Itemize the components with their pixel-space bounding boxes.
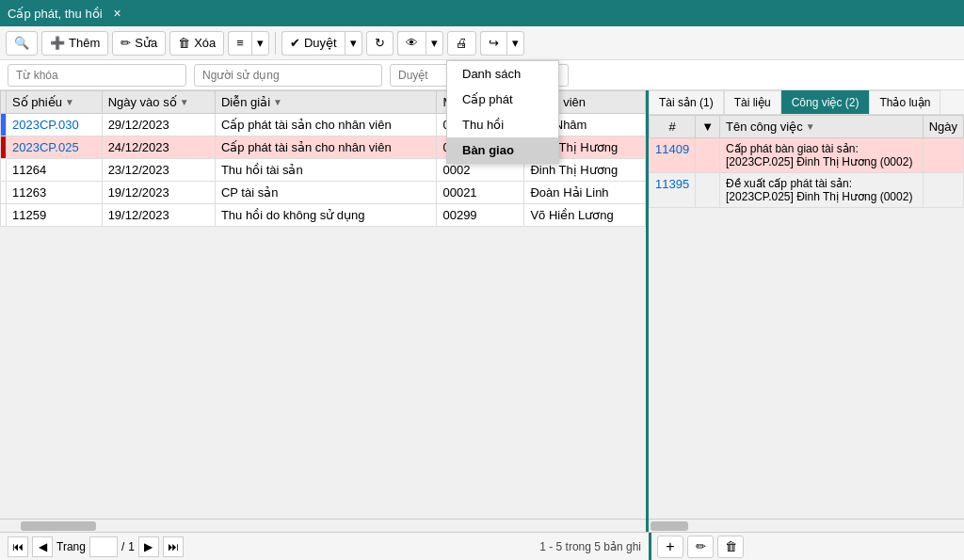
- right-table-row[interactable]: 11395Đề xuất cấp phát tài sản: [2023CP.0…: [650, 173, 964, 208]
- right-col-name-label: Tên công việc: [726, 120, 803, 134]
- right-col-hash: #: [650, 116, 696, 138]
- page-first-button[interactable]: ⏮: [8, 536, 28, 557]
- approve-arrow-button[interactable]: ▾: [345, 31, 362, 56]
- cell-dien-giai: Thu hồi tài sản: [215, 159, 437, 182]
- cell-nhan-vien: Võ Hiền Lương: [524, 204, 646, 227]
- right-table-scroll[interactable]: # ▼ Tên công việc ▼ Ngày: [649, 115, 964, 519]
- cell-ngay-vao-so: 24/12/2023: [102, 136, 215, 159]
- toolbar: 🔍 ➕ Thêm ✏ Sửa 🗑 Xóa ≡ ▾ ✔ Duyệt ▾: [0, 26, 964, 60]
- cell-dien-giai: Cấp phát tài sản cho nhân viên: [215, 114, 437, 136]
- refresh-button[interactable]: ↻: [366, 31, 394, 56]
- right-table-row[interactable]: 11409Cấp phát bàn giao tài sản: [2023CP.…: [650, 138, 964, 173]
- page-next-button[interactable]: ▶: [138, 536, 159, 557]
- dropdown-item-bàn-giao[interactable]: Bàn giao: [447, 137, 558, 163]
- cell-so-phieu: 11264: [7, 159, 103, 182]
- cell-ma-nhan: 00021: [437, 182, 524, 204]
- right-add-button[interactable]: +: [657, 536, 683, 558]
- add-label: Thêm: [69, 36, 100, 50]
- right-col-filter: ▼: [696, 116, 720, 138]
- dropdown-item-cấp-phát[interactable]: Cấp phát: [447, 87, 558, 112]
- dropdown-item-thu-hồi[interactable]: Thu hồi: [447, 112, 558, 137]
- cell-so-phieu: 2023CP.030: [7, 114, 103, 136]
- right-add-icon: +: [666, 538, 674, 555]
- right-cell-filter: [696, 173, 720, 208]
- tab-thảo-luận[interactable]: Thảo luận: [869, 90, 940, 114]
- right-edit-button[interactable]: ✏: [687, 536, 714, 558]
- edit-icon: ✏: [120, 36, 131, 50]
- right-edit-icon: ✏: [696, 539, 706, 553]
- page-prev-button[interactable]: ◀: [32, 536, 53, 557]
- dropdown-item-danh-sách[interactable]: Danh sách: [447, 61, 558, 87]
- col-so-phieu-label: Số phiếu: [12, 95, 62, 109]
- search-button[interactable]: 🔍: [6, 31, 38, 56]
- approve-icon: ✔: [290, 36, 300, 50]
- right-col-date: Ngày: [923, 116, 963, 138]
- right-cell-title: Đề xuất cấp phát tài sản: [2023CP.025] Đ…: [720, 173, 924, 208]
- right-col-name: Tên công việc ▼: [720, 116, 924, 138]
- forward-dropdown: ↪ ▾: [480, 31, 524, 56]
- cell-ngay-vao-so: 19/12/2023: [102, 182, 215, 204]
- view-dropdown-menu: Danh sáchCấp phátThu hồiBàn giao: [446, 60, 559, 164]
- view-arrow-button[interactable]: ▾: [426, 31, 443, 56]
- delete-button[interactable]: 🗑 Xóa: [169, 31, 224, 56]
- col-dien-giai-filter-icon[interactable]: ▼: [273, 97, 282, 107]
- view-dropdown: 👁 ▾: [397, 31, 443, 56]
- right-delete-button[interactable]: 🗑: [717, 536, 744, 558]
- right-col-name-filter-icon[interactable]: ▼: [806, 121, 815, 132]
- page-last-button[interactable]: ⏭: [163, 536, 184, 557]
- delete-label: Xóa: [194, 36, 216, 50]
- col-ngay-filter-icon[interactable]: ▼: [180, 97, 189, 107]
- records-info: 1 - 5 trong 5 bản ghi: [539, 540, 641, 553]
- table-row[interactable]: 1125919/12/2023Thu hồi do không sử dụng0…: [1, 204, 646, 227]
- left-footer: ⏮ ◀ Trang 1 / 1 ▶ ⏭ 1 - 5 trong 5 bản gh…: [0, 533, 649, 560]
- right-cell-date: [923, 138, 963, 173]
- left-h-scroll[interactable]: [0, 519, 646, 532]
- menu-button[interactable]: ≡: [228, 31, 251, 56]
- right-cell-id: 11395: [650, 173, 696, 208]
- cell-ngay-vao-so: 19/12/2023: [102, 204, 215, 227]
- footer-row: ⏮ ◀ Trang 1 / 1 ▶ ⏭ 1 - 5 trong 5 bản gh…: [0, 532, 964, 560]
- divider-1: [275, 32, 276, 55]
- forward-arrow-button[interactable]: ▾: [506, 31, 524, 56]
- menu-dropdown: ≡ ▾: [228, 31, 269, 56]
- user-input[interactable]: [194, 64, 382, 87]
- cell-ngay-vao-so: 29/12/2023: [102, 114, 215, 136]
- right-table: # ▼ Tên công việc ▼ Ngày: [649, 115, 964, 208]
- cell-ma-nhan: 00299: [437, 204, 524, 227]
- approve-button[interactable]: ✔ Duyệt: [281, 31, 345, 56]
- print-button[interactable]: 🖨: [447, 31, 476, 56]
- cell-ngay-vao-so: 23/12/2023: [102, 159, 215, 182]
- approve-dropdown: ✔ Duyệt ▾: [281, 31, 362, 56]
- col-so-phieu-filter-icon[interactable]: ▼: [65, 97, 74, 107]
- table-row[interactable]: 1126319/12/2023CP tài sản00021Đoàn Hải L…: [1, 182, 646, 204]
- tab-tài-liệu[interactable]: Tài liệu: [724, 90, 781, 114]
- h-scroll-thumb: [21, 521, 96, 531]
- right-cell-date: [923, 173, 963, 208]
- delete-icon: 🗑: [178, 36, 190, 50]
- tab-tài-sản-(1)[interactable]: Tài sản (1): [649, 90, 724, 114]
- page-input[interactable]: 1: [89, 536, 118, 557]
- view-button[interactable]: 👁: [397, 31, 426, 56]
- forward-icon: ↪: [489, 36, 499, 50]
- add-icon: ➕: [50, 36, 65, 50]
- edit-label: Sửa: [135, 36, 157, 50]
- right-col-filter-icon[interactable]: ▼: [701, 120, 714, 134]
- keyword-input[interactable]: [8, 64, 186, 87]
- title-bar-text: Cấp phát, thu hồi: [8, 7, 103, 21]
- cell-dien-giai: Thu hồi do không sử dụng: [215, 204, 437, 227]
- right-footer: + ✏ 🗑: [649, 533, 964, 560]
- forward-button[interactable]: ↪: [480, 31, 506, 56]
- refresh-icon: ↻: [375, 36, 385, 50]
- col-header-so-phieu: Số phiếu ▼: [7, 91, 103, 114]
- add-button[interactable]: ➕ Thêm: [41, 31, 108, 56]
- right-delete-icon: 🗑: [725, 539, 737, 553]
- close-button[interactable]: ×: [110, 6, 125, 21]
- right-h-scroll[interactable]: [649, 519, 964, 532]
- tab-công-việc-(2)[interactable]: Công việc (2): [781, 90, 870, 114]
- cell-nhan-vien: Đoàn Hải Linh: [524, 182, 646, 204]
- title-bar: Cấp phát, thu hồi ×: [0, 0, 964, 26]
- col-ngay-vao-so-label: Ngày vào số: [108, 95, 177, 109]
- menu-arrow-button[interactable]: ▾: [251, 31, 269, 56]
- edit-button[interactable]: ✏ Sửa: [112, 31, 166, 56]
- cell-dien-giai: Cấp phát tài sản cho nhân viên: [215, 136, 437, 159]
